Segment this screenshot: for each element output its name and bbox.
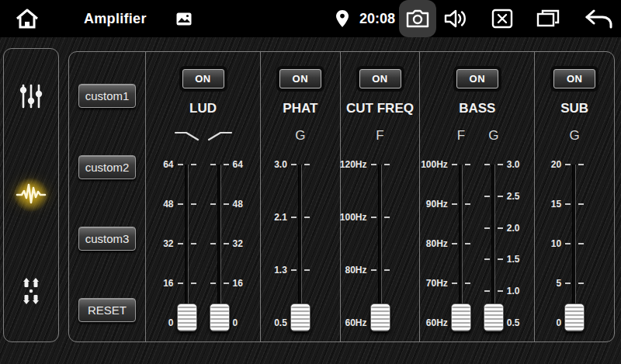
tick-mark: [578, 243, 584, 244]
tick-label: 60Hz: [426, 317, 448, 329]
cut-freq-on-button[interactable]: ON: [359, 69, 401, 88]
custom3-button[interactable]: custom3: [78, 227, 136, 251]
tick-mark: [498, 164, 503, 165]
tick-mark: [484, 227, 490, 229]
tick-label: 15: [551, 198, 561, 210]
tick-mark: [452, 243, 457, 244]
close-app-icon[interactable]: [490, 0, 515, 37]
bass-fader-2-thumb[interactable]: [484, 303, 504, 331]
tick-label: 3.0: [274, 158, 287, 171]
phat-sub-label: G: [284, 127, 317, 144]
tick-label: 0: [168, 317, 174, 329]
lud-on-button[interactable]: ON: [182, 69, 224, 88]
bass-fader-1-thumb[interactable]: [451, 303, 471, 331]
tick-mark: [578, 203, 584, 205]
tick-mark: [210, 203, 216, 205]
bass-sub-label: F: [445, 127, 477, 144]
sub-on-button[interactable]: ON: [553, 69, 595, 88]
volume-icon[interactable]: [442, 0, 469, 37]
bass-fader-1-track[interactable]: [460, 165, 462, 323]
bass-title: BASS: [459, 100, 495, 117]
phat-fader-1-track[interactable]: [299, 165, 301, 323]
tick-mark: [178, 164, 183, 165]
tick-label: 64: [163, 158, 173, 171]
tick-mark: [210, 164, 216, 165]
reset-button[interactable]: RESET: [78, 298, 136, 322]
tick-mark: [224, 203, 229, 205]
tick-mark: [178, 203, 183, 205]
sidebar-item-equalizer[interactable]: [14, 81, 48, 115]
tick-mark: [452, 203, 457, 205]
speakers-cross-icon: [16, 276, 46, 309]
sidebar-item-speaker-setup[interactable]: [14, 276, 48, 310]
phat-mid-row: G: [284, 127, 317, 144]
home-icon[interactable]: [12, 0, 42, 37]
bass-fader-2: 3.02.52.01.51.00.5: [477, 159, 510, 340]
tick-mark: [565, 164, 571, 165]
clock-time: 20:08: [359, 0, 395, 37]
tick-mark: [210, 243, 216, 244]
lud-title: LUD: [189, 100, 217, 117]
tick-mark: [224, 164, 229, 165]
camera-icon[interactable]: [399, 0, 436, 37]
highpass-curve-icon: [203, 127, 236, 144]
amplifier-panel: custom1custom2custom3RESET ONLUD64483216…: [68, 51, 615, 342]
tick-mark: [498, 258, 503, 260]
back-icon[interactable]: [582, 0, 615, 37]
custom1-button[interactable]: custom1: [78, 84, 136, 108]
phat-faders: 3.02.11.30.5: [284, 159, 317, 340]
phat-on-button[interactable]: ON: [279, 69, 321, 88]
tick-mark: [191, 283, 196, 284]
tick-mark: [304, 269, 310, 271]
lud-faders: 644832160644832160: [171, 159, 236, 340]
location-pin-icon[interactable]: [335, 0, 349, 37]
lowpass-curve-icon: [171, 127, 203, 144]
cut-freq-fader-1-thumb[interactable]: [370, 303, 390, 331]
tick-mark: [178, 243, 183, 244]
tick-mark: [484, 196, 490, 197]
lud-fader-2-thumb[interactable]: [210, 303, 230, 331]
lud-fader-1-thumb[interactable]: [177, 303, 197, 331]
tick-mark: [578, 283, 584, 284]
sub-mid-row: G: [558, 127, 591, 144]
tick-mark: [465, 203, 470, 205]
photo-icon[interactable]: [175, 0, 193, 37]
tick-mark: [498, 290, 503, 292]
tick-label: 90Hz: [426, 198, 448, 210]
sub-fader-1-track[interactable]: [573, 165, 575, 323]
sidebar-item-sound-effect[interactable]: [14, 178, 48, 212]
custom2-button[interactable]: custom2: [78, 155, 136, 179]
tick-mark: [210, 283, 216, 284]
tick-label: 32: [233, 237, 243, 250]
cut-freq-mid-row: F: [364, 127, 397, 144]
tick-label: 1.0: [507, 285, 520, 297]
tick-mark: [465, 283, 470, 284]
bass-faders: 100Hz90Hz80Hz70Hz60Hz3.02.52.01.51.00.5: [445, 159, 510, 340]
tick-mark: [452, 283, 457, 284]
lud-fader-1-track[interactable]: [186, 165, 188, 323]
tick-mark: [304, 217, 310, 218]
tick-mark: [371, 164, 376, 165]
sub-fader-1-thumb[interactable]: [564, 303, 585, 331]
cut-freq-fader-1-track[interactable]: [379, 165, 381, 323]
tick-mark: [384, 217, 390, 218]
lud-fader-2-track[interactable]: [218, 165, 220, 323]
lud-mid-row: [171, 127, 236, 144]
page-title: Amplifier: [84, 0, 147, 37]
tick-mark: [578, 164, 584, 165]
tick-label: 0.5: [507, 317, 520, 329]
bass-on-button[interactable]: ON: [456, 69, 498, 88]
bass-fader-2-track[interactable]: [492, 165, 494, 323]
phat-fader-1-thumb[interactable]: [290, 303, 310, 331]
tick-mark: [291, 217, 297, 218]
tick-mark: [452, 164, 457, 165]
tick-label: 1.3: [274, 264, 287, 276]
bass-sub-label: G: [477, 127, 510, 144]
tick-label: 64: [233, 158, 243, 171]
recent-apps-icon[interactable]: [534, 0, 562, 37]
tick-mark: [291, 269, 297, 271]
tick-label: 48: [233, 198, 243, 210]
tick-label: 5: [556, 277, 561, 289]
tick-label: 60Hz: [345, 317, 366, 329]
tick-label: 48: [163, 198, 173, 210]
